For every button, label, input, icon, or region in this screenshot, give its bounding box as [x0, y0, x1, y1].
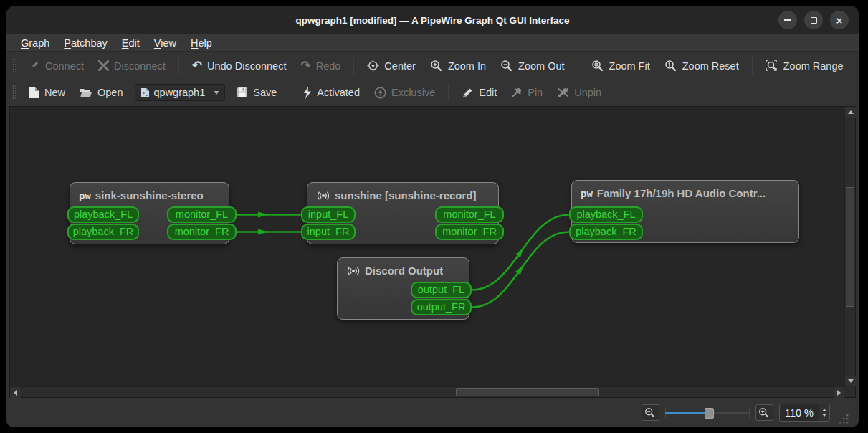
scroll-left-button[interactable] [10, 387, 21, 398]
activated-toggle[interactable]: Activated [296, 83, 367, 103]
toolbar-main: Connect Disconnect ↶ Undo Disconnect ↷ R… [6, 52, 859, 80]
zoom-percent-spinbox[interactable]: 110 % [779, 404, 830, 422]
menu-patchbay[interactable]: Patchbay [57, 36, 114, 50]
port-input[interactable]: playback_FR [67, 224, 139, 240]
port-output[interactable]: monitor_FL [435, 206, 504, 223]
zoom-fit-icon [591, 60, 604, 72]
graph-view[interactable]: pw sink-sunshine-stereo playback_FL play… [10, 107, 844, 386]
zoom-out-icon [644, 407, 656, 419]
statusbar: 110 % [6, 398, 859, 427]
redo-button[interactable]: ↷ Redo [293, 56, 348, 75]
center-button[interactable]: Center [360, 56, 423, 75]
new-button[interactable]: New [22, 83, 72, 103]
pipewire-icon: pw [79, 190, 91, 201]
menubar: Graph Patchbay Edit View Help [6, 34, 859, 52]
slider-track[interactable] [708, 412, 750, 414]
minimize-button[interactable] [778, 11, 797, 29]
zoom-fit-button[interactable]: Zoom Fit [584, 56, 657, 76]
pipewire-icon: pw [581, 188, 593, 199]
toolbar-separator [578, 57, 578, 75]
horizontal-scrollbar[interactable] [10, 386, 844, 397]
save-icon [237, 87, 248, 98]
close-icon: × [836, 15, 843, 26]
chevron-down-icon [214, 91, 219, 95]
port-output[interactable]: output_FR [411, 299, 472, 315]
scroll-up-button[interactable] [845, 107, 856, 118]
new-file-icon [29, 87, 39, 99]
zoom-slider-handle[interactable] [705, 408, 714, 419]
edit-toggle[interactable]: Edit [454, 83, 504, 103]
zoom-range-button[interactable]: Zoom Range [758, 56, 851, 76]
open-button[interactable]: Open [72, 83, 130, 102]
zoom-slider[interactable] [665, 406, 750, 419]
spin-down-icon [822, 414, 826, 417]
disconnect-button[interactable]: Disconnect [91, 57, 173, 75]
open-folder-icon [80, 87, 92, 98]
port-input[interactable]: input_FL [301, 206, 356, 223]
spin-up-icon [822, 409, 826, 411]
connection-wires [10, 107, 844, 386]
toolbar-patchbay: New Open qpwgraph1 Save Activated Exclus… [6, 80, 859, 105]
vertical-scrollbar[interactable] [844, 107, 855, 386]
toolbar-separator [290, 84, 290, 101]
vertical-scroll-thumb[interactable] [846, 187, 854, 307]
horizontal-scroll-thumb[interactable] [456, 388, 599, 396]
port-output[interactable]: monitor_FR [435, 224, 504, 240]
resize-grip[interactable] [839, 414, 849, 424]
close-button[interactable]: × [830, 11, 849, 29]
menu-view[interactable]: View [147, 36, 183, 50]
zoom-in-button[interactable]: Zoom In [423, 56, 493, 76]
port-input[interactable]: playback_FR [569, 224, 643, 240]
zoom-percent-value: 110 % [780, 407, 819, 419]
menu-edit[interactable]: Edit [115, 36, 147, 50]
connect-button[interactable]: Connect [22, 57, 91, 75]
scroll-right-button[interactable] [834, 387, 844, 398]
port-output[interactable]: output_FL [411, 282, 472, 298]
node-title: sunshine [sunshine-record] [335, 189, 477, 201]
zoom-in-icon [430, 60, 443, 72]
scroll-down-button[interactable] [845, 376, 856, 386]
patchbay-select[interactable]: qpwgraph1 [135, 84, 226, 101]
exclusive-toggle[interactable]: Exclusive [367, 83, 442, 103]
menu-graph[interactable]: Graph [14, 36, 57, 50]
exclusive-bolt-icon [374, 87, 386, 99]
scrollbar-corner [844, 386, 855, 397]
patchbay-select-value: qpwgraph1 [154, 87, 206, 98]
minimize-icon [784, 19, 791, 21]
window-controls: × [778, 11, 849, 29]
arrow-down-icon [848, 379, 854, 383]
port-input[interactable]: input_FR [301, 224, 356, 240]
spinbox-arrows[interactable] [819, 404, 829, 421]
port-input[interactable]: playback_FL [569, 206, 643, 223]
statusbar-zoom-out-button[interactable] [642, 404, 659, 421]
pin-icon [511, 87, 523, 98]
maximize-icon [811, 17, 817, 24]
statusbar-zoom-in-button[interactable] [755, 404, 773, 421]
arrow-right-icon [837, 390, 841, 396]
toolbar-drag-handle[interactable] [12, 85, 17, 100]
menu-help[interactable]: Help [183, 36, 219, 50]
redo-icon: ↷ [300, 60, 310, 72]
toolbar-drag-handle[interactable] [12, 58, 17, 74]
undo-button[interactable]: ↶ Undo Disconnect [185, 56, 294, 75]
titlebar[interactable]: qpwgraph1 [modified] — A PipeWire Graph … [6, 6, 859, 34]
slider-track-filled[interactable] [665, 412, 708, 414]
unpin-button[interactable]: Unpin [550, 83, 609, 102]
port-input[interactable]: playback_FL [67, 206, 139, 223]
toolbar-separator [752, 57, 753, 75]
disconnect-icon [98, 60, 109, 71]
port-output[interactable]: monitor_FL [167, 206, 237, 223]
zoom-out-button[interactable]: Zoom Out [493, 56, 571, 76]
maximize-button[interactable] [804, 11, 823, 29]
activated-bolt-icon [303, 87, 312, 99]
pin-button[interactable]: Pin [504, 83, 550, 102]
connect-icon [29, 60, 40, 72]
toolbar-separator [448, 84, 449, 101]
toolbar-separator [178, 57, 179, 75]
window-title: qpwgraph1 [modified] — A PipeWire Graph … [295, 15, 569, 26]
save-button[interactable]: Save [229, 83, 284, 102]
port-output[interactable]: monitor_FR [167, 224, 237, 240]
zoom-out-icon [500, 60, 513, 72]
zoom-reset-button[interactable]: Zoom Reset [657, 56, 746, 76]
node-title: Discord Output [365, 265, 443, 277]
